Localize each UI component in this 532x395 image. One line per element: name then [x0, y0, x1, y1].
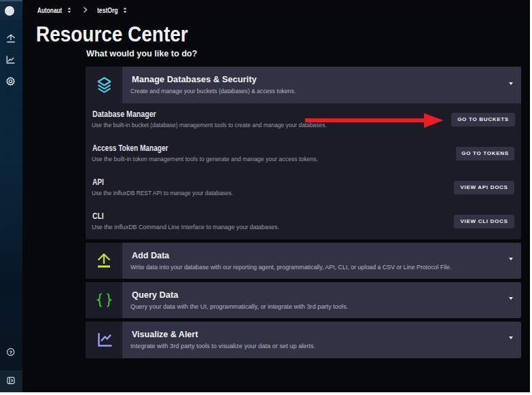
svg-text:?: ? [9, 349, 12, 356]
